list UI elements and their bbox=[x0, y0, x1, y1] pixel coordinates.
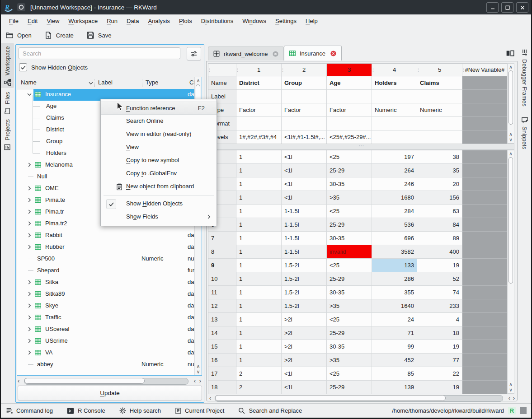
data-horizontal-scrollbar[interactable]: ‹ ‹ › bbox=[208, 395, 516, 401]
update-button[interactable]: Update bbox=[18, 386, 202, 400]
filter-button[interactable] bbox=[187, 47, 201, 61]
document-tab-insurance[interactable]: Insurance bbox=[284, 46, 342, 61]
data-cell[interactable]: 284 bbox=[372, 205, 417, 218]
open-button[interactable]: Open bbox=[5, 31, 32, 39]
search-input[interactable] bbox=[19, 47, 180, 59]
data-cell[interactable]: >2l bbox=[282, 313, 327, 326]
data-cell[interactable]: <25 bbox=[327, 313, 372, 326]
row-header-13[interactable]: 13 bbox=[208, 313, 236, 326]
data-cell[interactable]: 25-29 bbox=[327, 218, 372, 232]
context-menu-item-search-online[interactable]: Search Online bbox=[101, 115, 217, 128]
data-cell[interactable]: 1 bbox=[236, 340, 282, 354]
data-cell[interactable]: 1.5-2l bbox=[282, 259, 327, 272]
column-header-5[interactable]: 5 bbox=[417, 64, 462, 76]
expander-closed-icon[interactable] bbox=[26, 185, 33, 191]
context-menu-item-show-hidden-objects[interactable]: Show Hidden Objects bbox=[101, 197, 217, 210]
meta-cell[interactable] bbox=[417, 90, 462, 103]
data-cell[interactable]: 1 bbox=[236, 150, 282, 164]
expander-open-icon[interactable] bbox=[26, 91, 33, 98]
data-cell[interactable]: 84 bbox=[417, 218, 462, 232]
expander-closed-icon[interactable] bbox=[26, 244, 33, 250]
meta-cell[interactable]: <1l#,#1-1.5l#,... bbox=[282, 130, 327, 144]
data-cell[interactable]: 85 bbox=[372, 367, 417, 381]
data-cell[interactable]: 233 bbox=[417, 299, 462, 313]
data-cell[interactable]: 1680 bbox=[372, 191, 417, 205]
new-variable-cell[interactable] bbox=[462, 191, 508, 205]
tree-item-sitka89[interactable]: Sitka89dat bbox=[17, 289, 195, 300]
menu-data[interactable]: Data bbox=[122, 16, 143, 26]
context-menu-item-copy-to-new-symbol[interactable]: Copy to new symbol bbox=[101, 154, 217, 167]
meta-cell[interactable] bbox=[372, 130, 417, 144]
statusbar-help-search[interactable]: Help search bbox=[119, 407, 161, 415]
menu-settings[interactable]: Settings bbox=[271, 16, 301, 26]
row-header-17[interactable]: 17 bbox=[208, 367, 236, 381]
data-cell[interactable]: <1l bbox=[282, 191, 327, 205]
tree-item-rubber[interactable]: Rubberdat bbox=[17, 242, 195, 253]
data-cell[interactable]: 1 bbox=[236, 232, 282, 245]
tree-horizontal-scrollbar[interactable]: ‹ ‹ › bbox=[17, 377, 202, 384]
row-header-7[interactable]: 7 bbox=[208, 232, 236, 245]
data-cell[interactable]: 696 bbox=[372, 232, 417, 245]
data-cell[interactable]: 1.5-2l bbox=[282, 299, 327, 313]
data-cell[interactable]: 1 bbox=[236, 205, 282, 218]
statusbar-current-project[interactable]: Current Project bbox=[174, 407, 224, 415]
sidebar-tab-debugger-frames[interactable]: Debugger Frames bbox=[518, 47, 532, 114]
sidebar-tab-snippets[interactable]: Snippets bbox=[518, 114, 532, 155]
data-cell[interactable]: <25 bbox=[327, 205, 372, 218]
statusbar-command-log[interactable]: Command log bbox=[5, 407, 53, 415]
tree-item-sitka[interactable]: Sitkadat bbox=[17, 277, 195, 289]
statusbar-r-console[interactable]: R Console bbox=[66, 407, 105, 415]
column-header-2[interactable]: 2 bbox=[282, 64, 327, 76]
meta-cell[interactable]: Age bbox=[327, 76, 372, 90]
row-header-10[interactable]: 10 bbox=[208, 272, 236, 286]
data-cell[interactable]: 1 bbox=[236, 354, 282, 367]
sidebar-tab-workspace[interactable]: Workspace bbox=[0, 43, 14, 88]
data-cell[interactable]: 286 bbox=[372, 272, 417, 286]
tree-column-header-label[interactable]: Label bbox=[98, 79, 113, 86]
data-cell[interactable]: 1-1.5l bbox=[282, 205, 327, 218]
data-cell[interactable]: 1.5-2l bbox=[282, 286, 327, 299]
data-cell[interactable]: 52 bbox=[417, 272, 462, 286]
tree-item-rabbit[interactable]: Rabbitdat bbox=[17, 230, 195, 242]
context-menu-item-view[interactable]: View bbox=[101, 141, 217, 154]
data-cell[interactable]: 1 bbox=[236, 299, 282, 313]
data-cell[interactable]: 24 bbox=[372, 313, 417, 326]
data-cell[interactable]: 19 bbox=[417, 381, 462, 394]
meta-cell[interactable]: <25#,#25-29#... bbox=[327, 130, 372, 144]
data-cell[interactable]: 1.5-2l bbox=[282, 272, 327, 286]
meta-cell[interactable]: Group bbox=[282, 76, 327, 90]
tree-column-header-name[interactable]: Name bbox=[21, 79, 37, 86]
data-cell[interactable]: 77 bbox=[417, 354, 462, 367]
column-header-new-variable[interactable]: #New Variable# bbox=[462, 64, 508, 76]
column-header-1[interactable]: 1 bbox=[236, 64, 282, 76]
data-cell[interactable]: <25 bbox=[327, 150, 372, 164]
expander-closed-icon[interactable] bbox=[26, 326, 33, 332]
new-variable-cell[interactable] bbox=[462, 299, 508, 313]
tree-item-skye[interactable]: Skyedat bbox=[17, 300, 195, 312]
data-cell[interactable]: 30-35 bbox=[327, 177, 372, 191]
data-cell[interactable]: 4 bbox=[417, 313, 462, 326]
menu-view[interactable]: View bbox=[42, 16, 64, 26]
meta-cell[interactable]: Numeric bbox=[417, 103, 462, 117]
tree-item-abbey[interactable]: abbeyNumericnur bbox=[17, 359, 195, 371]
tree-item-traffic[interactable]: Trafficdat bbox=[17, 312, 195, 324]
data-cell[interactable]: 133 bbox=[372, 259, 417, 272]
meta-row-label-name[interactable]: Name bbox=[208, 76, 236, 90]
menu-run[interactable]: Run bbox=[102, 16, 122, 26]
context-menu-item-show-fields[interactable]: Show Fields bbox=[101, 210, 217, 223]
data-cell[interactable]: 156 bbox=[417, 191, 462, 205]
data-cell[interactable]: 1 bbox=[236, 259, 282, 272]
data-cell[interactable]: 25-29 bbox=[327, 326, 372, 340]
meta-cell[interactable] bbox=[282, 90, 327, 103]
new-variable-cell[interactable] bbox=[462, 340, 508, 354]
menu-windows[interactable]: Windows bbox=[238, 16, 271, 26]
tree-item-uscereal[interactable]: UScerealdat bbox=[17, 324, 195, 335]
meta-cell[interactable] bbox=[282, 117, 327, 130]
document-tab-rkward-welcome[interactable]: rkward_welcome bbox=[208, 47, 284, 61]
data-cell[interactable]: 1-1.5l bbox=[282, 232, 327, 245]
data-cell[interactable]: 1 bbox=[236, 286, 282, 299]
context-menu-item-view-in-editor-read-only[interactable]: View in editor (read-only) bbox=[101, 128, 217, 141]
data-cell[interactable]: 2 bbox=[236, 381, 282, 394]
data-cell[interactable]: >2l bbox=[282, 354, 327, 367]
data-cell[interactable]: 1 bbox=[236, 164, 282, 177]
